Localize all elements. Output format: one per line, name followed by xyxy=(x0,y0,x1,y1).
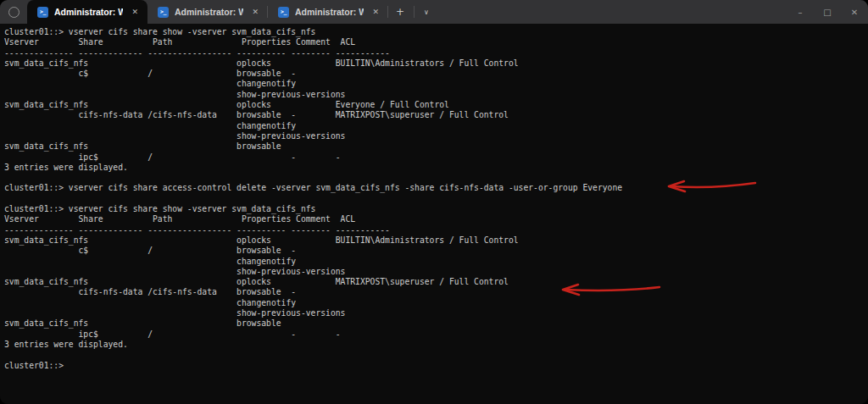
terminal-line: svm_data_cifs_nfs oplocks BUILTIN\Admini… xyxy=(4,235,868,246)
tab-close-icon[interactable]: ✕ xyxy=(129,6,141,18)
tab-label: Administrator: Windows Powe xyxy=(295,7,364,17)
terminal-line: changenotify xyxy=(4,79,868,89)
titlebar-drag-area xyxy=(437,0,787,24)
terminal-line: cifs-nfs-data /cifs-nfs-data browsable -… xyxy=(4,110,868,120)
terminal-line xyxy=(4,173,868,183)
terminal-line: Vserver Share Path Properties Comment AC… xyxy=(4,37,868,47)
tab-dropdown-button[interactable]: ∨ xyxy=(416,4,437,19)
terminal-line: ipc$ / - - xyxy=(4,329,868,340)
terminal-line: show-previous-versions xyxy=(4,131,868,141)
powershell-icon: >_ xyxy=(278,7,289,18)
terminal-content[interactable]: cluster01::> vserver cifs share show -vs… xyxy=(0,24,868,404)
terminal-line: svm_data_cifs_nfs oplocks MATRIXPOST\sup… xyxy=(4,277,868,287)
terminal-line: -------------- ------------- -----------… xyxy=(4,48,868,58)
tab-strip: >_ Administrator: Windows Powe ✕ >_ Admi… xyxy=(27,0,388,24)
terminal-line: 3 entries were displayed. xyxy=(4,163,868,173)
terminal-tab[interactable]: >_ Administrator: Windows Powe ✕ xyxy=(27,0,147,24)
app-icon xyxy=(8,7,19,18)
terminal-output: cluster01::> vserver cifs share show -vs… xyxy=(4,27,868,371)
terminal-line: c$ / browsable - xyxy=(4,246,868,256)
terminal-line: cluster01::> vserver cifs share show -vs… xyxy=(4,204,868,214)
terminal-line: show-previous-versions xyxy=(4,90,868,100)
title-bar: >_ Administrator: Windows Powe ✕ >_ Admi… xyxy=(0,0,868,24)
terminal-line: changenotify xyxy=(4,298,868,308)
terminal-line: changenotify xyxy=(4,257,868,267)
terminal-line: show-previous-versions xyxy=(4,267,868,277)
terminal-line: svm_data_cifs_nfs oplocks BUILTIN\Admini… xyxy=(4,58,868,69)
terminal-line: -------------- ------------- -----------… xyxy=(4,225,868,235)
terminal-line: cluster01::> vserver cifs share access-c… xyxy=(4,183,868,193)
window-controls: – □ ✕ xyxy=(787,0,868,24)
terminal-line: c$ / browsable - xyxy=(4,69,868,79)
terminal-line: cluster01::> xyxy=(4,361,868,371)
powershell-icon: >_ xyxy=(158,7,169,18)
minimize-button[interactable]: – xyxy=(787,0,814,24)
tab-label: Administrator: Windows Powe xyxy=(54,7,123,17)
terminal-line: ipc$ / - - xyxy=(4,152,868,163)
terminal-line xyxy=(4,194,868,204)
tab-close-icon[interactable]: ✕ xyxy=(249,6,261,18)
terminal-line: changenotify xyxy=(4,121,868,131)
tab-close-icon[interactable]: ✕ xyxy=(370,6,381,18)
terminal-line: cifs-nfs-data /cifs-nfs-data browsable - xyxy=(4,287,868,297)
terminal-line: 3 entries were displayed. xyxy=(4,340,868,350)
tab-label: Administrator: Windows Powe xyxy=(175,7,243,17)
terminal-window: >_ Administrator: Windows Powe ✕ >_ Admi… xyxy=(0,0,868,404)
tabbar-separator xyxy=(414,6,415,18)
maximize-button[interactable]: □ xyxy=(814,0,841,24)
terminal-line xyxy=(4,350,868,360)
terminal-line: show-previous-versions xyxy=(4,308,868,318)
terminal-line: svm_data_cifs_nfs browsable xyxy=(4,318,868,329)
terminal-line: cluster01::> vserver cifs share show -vs… xyxy=(4,27,868,37)
terminal-tab[interactable]: >_ Administrator: Windows Powe ✕ xyxy=(268,0,388,24)
powershell-icon: >_ xyxy=(37,7,48,18)
terminal-tab[interactable]: >_ Administrator: Windows Powe ✕ xyxy=(147,0,268,24)
new-tab-button[interactable]: + xyxy=(388,3,412,20)
terminal-line: svm_data_cifs_nfs oplocks Everyone / Ful… xyxy=(4,100,868,110)
terminal-line: Vserver Share Path Properties Comment AC… xyxy=(4,214,868,224)
terminal-line: svm_data_cifs_nfs browsable xyxy=(4,141,868,152)
close-button[interactable]: ✕ xyxy=(841,0,868,24)
